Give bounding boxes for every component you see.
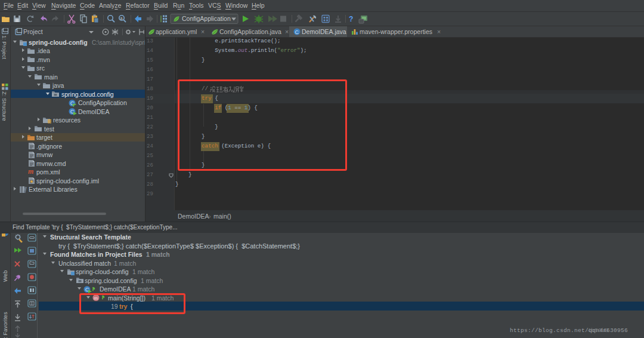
svg-text:C: C <box>295 29 299 35</box>
svg-text:ConfigApplication: ConfigApplication <box>182 15 231 22</box>
svg-text:?: ? <box>349 15 353 23</box>
svg-text:a: a <box>120 16 123 20</box>
